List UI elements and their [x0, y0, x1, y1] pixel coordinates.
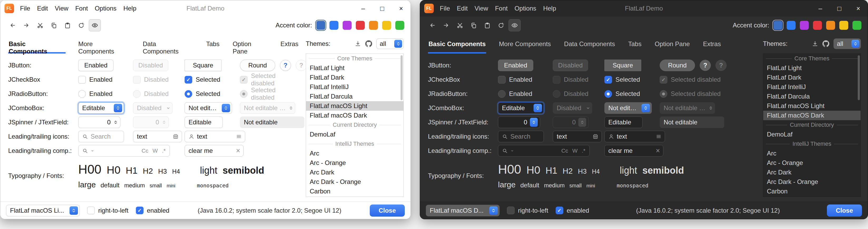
close-dialog-button[interactable]: Close	[370, 204, 405, 217]
close-window-button[interactable]: ×	[392, 0, 410, 17]
minimize-button[interactable]: –	[811, 0, 830, 17]
maximize-button[interactable]: □	[373, 0, 392, 17]
tab-option-pane[interactable]: Option Pane	[654, 34, 690, 54]
theme-list-item[interactable]: FlatLaf macOS Light	[763, 101, 861, 111]
spinner[interactable]: 0	[498, 116, 540, 128]
scrollbar-thumb[interactable]	[401, 55, 403, 100]
github-icon[interactable]	[823, 40, 829, 47]
refresh-button[interactable]	[495, 19, 507, 31]
theme-filter-combobox[interactable]: all	[376, 38, 404, 49]
round-button[interactable]: Round	[660, 60, 695, 71]
forward-button[interactable]	[440, 19, 452, 31]
tab-tabs[interactable]: Tabs	[206, 34, 220, 54]
checkbox-enabled[interactable]: Enabled	[78, 76, 113, 84]
accent-swatch-blue[interactable]	[330, 21, 338, 30]
right-to-left-checkbox[interactable]: right-to-left	[87, 207, 128, 214]
back-button[interactable]	[426, 19, 438, 31]
user-field[interactable]: text	[604, 131, 665, 142]
theme-filter-combobox[interactable]: all	[834, 38, 861, 49]
editable-textfield[interactable]: Editable	[185, 116, 223, 128]
show-hidden-toggle[interactable]	[508, 19, 521, 31]
tab-more-components[interactable]: More Components	[78, 34, 130, 54]
square-button[interactable]: Square	[185, 60, 221, 71]
refresh-button[interactable]	[75, 19, 87, 31]
regex-toggle[interactable]: .*	[161, 148, 166, 154]
theme-list-item[interactable]: FlatLaf macOS Dark	[306, 111, 403, 120]
enabled-button[interactable]: Enabled	[498, 60, 533, 71]
theme-list-item[interactable]: Arc - Orange	[763, 158, 861, 168]
menu-view[interactable]: View	[51, 3, 72, 14]
tab-data-components[interactable]: Data Components	[564, 34, 615, 54]
theme-list-item[interactable]: Cobalt 2	[306, 196, 403, 197]
cut-button[interactable]	[34, 19, 46, 31]
combo-arrow-button[interactable]	[114, 104, 122, 112]
theme-list-item[interactable]: FlatLaf Darcula	[763, 92, 861, 101]
radio-enabled[interactable]: Enabled	[498, 90, 532, 98]
chevron-down-icon[interactable]	[91, 149, 94, 152]
back-button[interactable]	[7, 19, 19, 31]
themes-list[interactable]: Core Themes FlatLaf Light FlatLaf Dark F…	[763, 54, 861, 197]
accent-swatch-red[interactable]	[813, 21, 822, 30]
clear-icon[interactable]	[236, 147, 240, 154]
accent-swatch-purple[interactable]	[800, 21, 809, 30]
theme-list-item[interactable]: Carbon	[306, 187, 403, 196]
round-button[interactable]: Round	[240, 60, 275, 71]
match-case-toggle[interactable]: Cc	[141, 148, 149, 154]
cut-button[interactable]	[454, 19, 466, 31]
accent-swatch-purple[interactable]	[343, 21, 351, 30]
menu-help[interactable]: Help	[120, 3, 140, 14]
menu-help[interactable]: Help	[539, 3, 559, 14]
spinner[interactable]: 0	[78, 116, 120, 128]
theme-list-item[interactable]: FlatLaf Dark	[763, 73, 861, 82]
tab-basic-components[interactable]: Basic Components	[8, 34, 66, 54]
whole-word-toggle[interactable]: W	[152, 148, 158, 154]
radio-selected[interactable]: Selected	[604, 90, 640, 98]
theme-list-item[interactable]: FlatLaf Light	[306, 63, 403, 73]
radio-enabled[interactable]: Enabled	[78, 90, 113, 98]
close-dialog-button[interactable]: Close	[827, 204, 862, 217]
enabled-button[interactable]: Enabled	[78, 60, 114, 71]
theme-list-item-selected[interactable]: FlatLaf macOS Dark	[763, 111, 861, 120]
theme-list-item[interactable]: FlatLaf Light	[763, 63, 861, 73]
clearable-field[interactable]: clear me	[185, 145, 244, 156]
help-button[interactable]: ?	[280, 60, 291, 71]
combo-arrow-button[interactable]	[533, 104, 542, 112]
theme-list-item[interactable]: Arc Dark	[763, 168, 861, 177]
theme-list-item[interactable]: Arc - Orange	[306, 158, 403, 168]
theme-list-item[interactable]: FlatLaf IntelliJ	[306, 82, 403, 92]
combo-arrow-button[interactable]	[851, 40, 859, 48]
copy-button[interactable]	[48, 19, 60, 31]
editable-combobox[interactable]: Editable	[498, 102, 544, 114]
search-field[interactable]: Search	[78, 131, 124, 142]
accent-swatch-orange[interactable]	[369, 21, 378, 30]
combo-arrow-button[interactable]	[489, 206, 498, 215]
menu-options[interactable]: Options	[511, 3, 540, 14]
theme-list-item[interactable]: Arc Dark - Orange	[763, 177, 861, 187]
theme-list-item[interactable]: DemoLaf	[306, 130, 403, 139]
accent-swatch-orange[interactable]	[826, 21, 835, 30]
tab-data-components[interactable]: Data Components	[142, 34, 193, 54]
minimize-button[interactable]: –	[354, 0, 373, 17]
menu-font[interactable]: Font	[492, 3, 511, 14]
spinner-buttons[interactable]	[113, 120, 118, 125]
paste-button[interactable]	[61, 19, 73, 31]
menu-options[interactable]: Options	[91, 3, 120, 14]
menu-list-icon[interactable]	[236, 134, 242, 139]
download-icon[interactable]	[812, 40, 818, 47]
accent-swatch-default[interactable]	[773, 21, 782, 30]
theme-combobox[interactable]: FlatLaf macOS Li...	[6, 205, 80, 216]
menu-view[interactable]: View	[471, 3, 492, 14]
theme-combobox[interactable]: FlatLaf macOS D...	[426, 205, 500, 216]
enabled-checkbox[interactable]: enabled	[136, 207, 169, 214]
themes-list[interactable]: Core Themes FlatLaf Light FlatLaf Dark F…	[306, 54, 404, 197]
accent-swatch-green[interactable]	[395, 21, 404, 30]
tab-extras[interactable]: Extras	[702, 34, 721, 54]
scrollbar-thumb[interactable]	[858, 55, 860, 100]
menu-edit[interactable]: Edit	[34, 3, 51, 14]
titlebar[interactable]: FL File Edit View Font Options Help Flat…	[0, 0, 410, 17]
search-field[interactable]: Search	[498, 131, 544, 142]
regex-toggle[interactable]: .*	[581, 148, 586, 154]
theme-list-item[interactable]: Arc	[763, 149, 861, 158]
menu-font[interactable]: Font	[72, 3, 91, 14]
accent-swatch-blue[interactable]	[786, 21, 796, 30]
